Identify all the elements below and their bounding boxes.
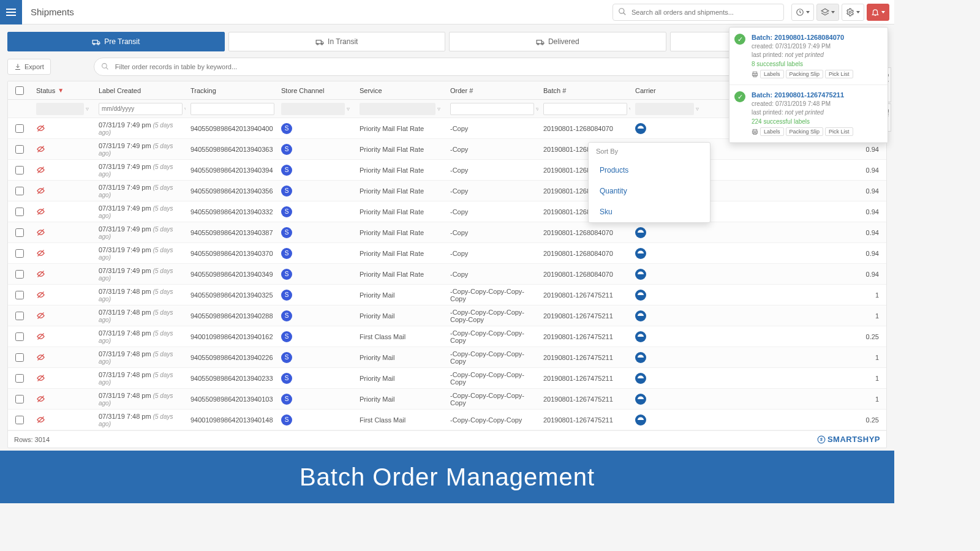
label-created: 07/31/19 7:48 pm (5 days ago) bbox=[99, 288, 181, 302]
tab-pre-transit[interactable]: Pre Transit bbox=[7, 32, 225, 51]
row-checkbox[interactable] bbox=[15, 395, 24, 403]
store-channel-icon: S bbox=[281, 414, 292, 425]
notif-chip[interactable]: Labels bbox=[760, 127, 784, 136]
filter-label-created[interactable] bbox=[99, 103, 183, 115]
table-row[interactable]: 07/31/19 7:48 pm (5 days ago)94055098986… bbox=[8, 305, 886, 326]
timer-dropdown[interactable] bbox=[791, 4, 814, 21]
global-search-input[interactable] bbox=[612, 4, 784, 21]
order-number: -Copy bbox=[450, 146, 468, 153]
col-batch[interactable]: Batch # bbox=[543, 87, 566, 94]
batch-number: 20190801-1268 bbox=[543, 187, 590, 195]
filter-icon[interactable]: ▿ bbox=[696, 105, 699, 112]
global-search[interactable] bbox=[612, 4, 784, 21]
notif-chip[interactable]: Packing Slip bbox=[786, 70, 824, 78]
table-row[interactable]: 07/31/19 7:49 pm (5 days ago)94055098986… bbox=[8, 243, 886, 264]
col-tracking[interactable]: Tracking bbox=[190, 87, 216, 94]
svg-marker-3 bbox=[821, 9, 829, 13]
col-status[interactable]: Status bbox=[36, 87, 55, 94]
batch-number: 20190801-1267475211 bbox=[543, 395, 613, 403]
carrier-icon bbox=[635, 310, 646, 321]
row-checkbox[interactable] bbox=[15, 124, 24, 133]
export-button[interactable]: Export bbox=[7, 59, 51, 75]
filter-tracking[interactable] bbox=[190, 103, 274, 115]
settings-dropdown[interactable] bbox=[842, 4, 864, 21]
filter-store[interactable] bbox=[281, 103, 345, 115]
col-store-channel[interactable]: Store Channel bbox=[281, 87, 324, 94]
hamburger-menu[interactable] bbox=[0, 0, 22, 24]
table-row[interactable]: 07/31/19 7:49 pm (5 days ago)94055098986… bbox=[8, 201, 886, 222]
row-checkbox[interactable] bbox=[15, 145, 24, 154]
notif-chip[interactable]: Labels bbox=[760, 70, 784, 78]
batch-number: 20190801-1268 bbox=[543, 208, 590, 216]
row-checkbox[interactable] bbox=[15, 312, 24, 320]
col-label-created[interactable]: Label Created bbox=[99, 87, 141, 94]
layers-dropdown[interactable] bbox=[816, 4, 839, 21]
label-created: 07/31/19 7:48 pm (5 days ago) bbox=[99, 309, 181, 323]
table-row[interactable]: 07/31/19 7:48 pm (5 days ago)94055098986… bbox=[8, 347, 886, 368]
notif-chip[interactable]: Pick List bbox=[825, 70, 853, 78]
sort-option-products[interactable]: Products bbox=[589, 160, 710, 181]
carrier-icon bbox=[635, 290, 646, 301]
select-all-checkbox[interactable] bbox=[15, 86, 24, 95]
table-row[interactable]: 07/31/19 7:49 pm (5 days ago)94055098986… bbox=[8, 160, 886, 181]
row-checkbox[interactable] bbox=[15, 208, 24, 216]
batch-number: 20190801-1267475211 bbox=[543, 312, 613, 320]
service-name: First Class Mail bbox=[360, 416, 405, 424]
row-checkbox[interactable] bbox=[15, 249, 24, 258]
label-created: 07/31/19 7:48 pm (5 days ago) bbox=[99, 392, 181, 407]
alerts-dropdown[interactable] bbox=[867, 4, 889, 21]
row-checkbox[interactable] bbox=[15, 353, 24, 362]
quote-value: 1 bbox=[875, 375, 879, 382]
row-count: Rows: 3014 bbox=[14, 436, 50, 443]
filter-icon[interactable]: ▿ bbox=[347, 105, 350, 112]
col-order[interactable]: Order # bbox=[450, 87, 473, 94]
table-row[interactable]: 07/31/19 7:48 pm (5 days ago)94055098986… bbox=[8, 285, 886, 305]
row-checkbox[interactable] bbox=[15, 291, 24, 299]
service-name: Priority Mail Flat Rate bbox=[360, 146, 424, 153]
sort-desc-icon: ▼ bbox=[58, 87, 64, 94]
table-row[interactable]: 07/31/19 7:48 pm (5 days ago)94001098986… bbox=[8, 326, 886, 347]
notif-title[interactable]: Batch: 20190801-1268084070 bbox=[752, 34, 881, 41]
tab-in-transit[interactable]: In Transit bbox=[228, 32, 446, 51]
batch-number: 20190801-1268084070 bbox=[543, 271, 613, 278]
row-checkbox[interactable] bbox=[15, 166, 24, 174]
col-carrier[interactable]: Carrier bbox=[635, 87, 656, 94]
store-channel-icon: S bbox=[281, 186, 292, 197]
tab-delivered[interactable]: Delivered bbox=[449, 32, 666, 51]
status-icon bbox=[36, 249, 45, 258]
sort-option-sku[interactable]: Sku bbox=[589, 201, 710, 222]
row-checkbox[interactable] bbox=[15, 332, 24, 341]
store-channel-icon: S bbox=[281, 227, 292, 238]
row-checkbox[interactable] bbox=[15, 270, 24, 279]
table-row[interactable]: 07/31/19 7:48 pm (5 days ago)94001098986… bbox=[8, 410, 886, 430]
store-channel-icon: S bbox=[281, 310, 292, 321]
notif-title[interactable]: Batch: 20190801-1267475211 bbox=[752, 91, 881, 99]
filter-icon[interactable]: ▿ bbox=[86, 105, 89, 112]
table-row[interactable]: 07/31/19 7:48 pm (5 days ago)94055098986… bbox=[8, 389, 886, 410]
table-row[interactable]: 07/31/19 7:49 pm (5 days ago)94055098986… bbox=[8, 222, 886, 243]
row-checkbox[interactable] bbox=[15, 374, 24, 383]
export-label: Export bbox=[24, 63, 44, 70]
filter-service[interactable] bbox=[360, 103, 435, 115]
filter-icon[interactable]: ▿ bbox=[437, 105, 440, 112]
row-checkbox[interactable] bbox=[15, 416, 24, 424]
col-service[interactable]: Service bbox=[360, 87, 382, 94]
status-icon bbox=[36, 415, 45, 424]
svg-rect-5 bbox=[92, 40, 97, 44]
notif-chip[interactable]: Pick List bbox=[825, 127, 853, 136]
filter-order[interactable] bbox=[450, 103, 534, 115]
table-row[interactable]: 07/31/19 7:49 pm (5 days ago)94055098986… bbox=[8, 264, 886, 285]
row-checkbox[interactable] bbox=[15, 228, 24, 237]
status-icon bbox=[36, 311, 45, 320]
table-row[interactable]: 07/31/19 7:48 pm (5 days ago)94055098986… bbox=[8, 368, 886, 389]
filter-status[interactable] bbox=[36, 103, 84, 115]
table-row[interactable]: 07/31/19 7:49 pm (5 days ago)94055098986… bbox=[8, 181, 886, 201]
filter-carrier[interactable] bbox=[635, 103, 694, 115]
filter-keyword-input[interactable] bbox=[94, 58, 766, 76]
row-checkbox[interactable] bbox=[15, 187, 24, 195]
filter-batch[interactable] bbox=[543, 103, 627, 115]
notif-chip[interactable]: Packing Slip bbox=[786, 127, 824, 136]
order-number: -Copy-Copy-Copy-Copy-Copy-Copy bbox=[450, 309, 533, 323]
sort-option-quantity[interactable]: Quantity bbox=[589, 181, 710, 201]
batch-number: 20190801-1267475211 bbox=[543, 291, 613, 299]
